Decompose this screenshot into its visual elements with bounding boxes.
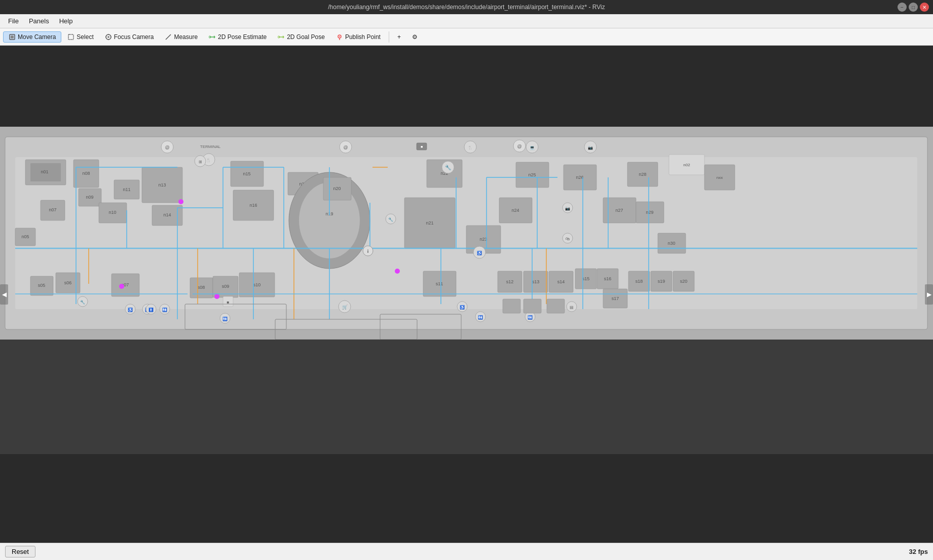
map-svg[interactable]: n01 n08 n09 n10 n11 n07 n05 n13 <box>0 127 933 340</box>
svg-point-159 <box>119 284 124 289</box>
left-arrow[interactable]: ◀ <box>0 284 8 305</box>
svg-text:n13: n13 <box>158 182 166 188</box>
floor-plan: n01 n08 n09 n10 n11 n07 n05 n13 <box>0 127 933 340</box>
svg-text:n25: n25 <box>528 172 536 177</box>
svg-text:s14: s14 <box>557 279 565 284</box>
svg-rect-177 <box>524 299 541 313</box>
fps-counter: 32 fps <box>909 548 928 555</box>
select-icon <box>67 33 74 41</box>
viewport-top-dark <box>0 46 933 134</box>
svg-text:n16: n16 <box>249 203 257 208</box>
svg-text:🚹: 🚹 <box>148 307 154 312</box>
2d-pose-estimate-button[interactable]: 2D Pose Estimate <box>204 32 272 42</box>
focus-camera-button[interactable]: Focus Camera <box>100 32 159 42</box>
svg-text:♿: ♿ <box>128 307 133 312</box>
focus-camera-icon <box>105 33 112 41</box>
svg-text:s09: s09 <box>222 284 230 289</box>
svg-text:🔧: 🔧 <box>388 217 393 222</box>
svg-text:n28: n28 <box>639 172 646 177</box>
titlebar-controls: − □ ✕ <box>898 3 929 12</box>
svg-text:TERMINAL: TERMINAL <box>200 144 221 149</box>
svg-text:s06: s06 <box>64 280 72 285</box>
svg-text:🔧: 🔧 <box>445 164 452 171</box>
svg-text:n09: n09 <box>86 195 93 200</box>
svg-text:🍴: 🍴 <box>468 145 473 150</box>
close-button[interactable]: ✕ <box>920 3 929 12</box>
titlebar: /home/youliang/rmf_ws/install/demos/shar… <box>0 0 933 14</box>
move-camera-label: Move Camera <box>18 33 56 41</box>
svg-text:nxx: nxx <box>717 175 723 180</box>
svg-text:s13: s13 <box>532 279 540 284</box>
2d-pose-estimate-icon <box>209 33 216 41</box>
svg-rect-176 <box>503 299 520 313</box>
svg-text:🍴: 🍴 <box>206 158 211 163</box>
svg-marker-16 <box>283 35 284 39</box>
svg-text:s18: s18 <box>636 279 643 284</box>
titlebar-title: /home/youliang/rmf_ws/install/demos/shar… <box>328 4 605 11</box>
svg-text:s11: s11 <box>436 281 443 286</box>
select-label: Select <box>77 33 93 41</box>
main-area: ◀ ▶ n01 n08 n09 n10 n11 <box>0 46 933 543</box>
right-arrow[interactable]: ▶ <box>925 284 933 305</box>
reset-button[interactable]: Reset <box>5 546 35 557</box>
svg-point-4 <box>107 36 109 38</box>
svg-text:s16: s16 <box>604 276 612 281</box>
svg-marker-13 <box>214 35 215 39</box>
svg-text:🔧: 🔧 <box>80 300 85 305</box>
svg-text:@: @ <box>343 145 348 150</box>
2d-goal-pose-button[interactable]: 2D Goal Pose <box>273 32 330 42</box>
svg-text:n29: n29 <box>646 210 653 215</box>
svg-text:n21: n21 <box>426 220 433 226</box>
svg-text:🛒: 🛒 <box>342 304 348 310</box>
move-camera-button[interactable]: Move Camera <box>3 31 61 43</box>
tool-settings-button[interactable]: ⚙ <box>407 32 423 42</box>
2d-goal-pose-icon <box>278 33 285 41</box>
add-tool-button[interactable]: + <box>392 32 406 42</box>
svg-line-10 <box>166 39 167 40</box>
svg-text:n30: n30 <box>667 241 675 246</box>
svg-text:s08: s08 <box>198 285 205 290</box>
svg-text:♿: ♿ <box>460 305 465 310</box>
maximize-button[interactable]: □ <box>909 3 918 12</box>
svg-text:🚻: 🚻 <box>478 315 483 320</box>
publish-point-button[interactable]: Publish Point <box>331 32 386 42</box>
viewport-bottom-dark <box>0 454 933 543</box>
2d-goal-pose-label: 2D Goal Pose <box>287 33 325 41</box>
svg-point-160 <box>214 294 219 299</box>
svg-text:s10: s10 <box>253 282 261 287</box>
svg-text:♿: ♿ <box>477 250 482 255</box>
svg-text:n01: n01 <box>41 169 48 174</box>
svg-text:n27: n27 <box>615 208 623 213</box>
menu-panels[interactable]: Panels <box>25 16 53 26</box>
svg-text:📷: 📷 <box>565 206 570 211</box>
svg-point-20 <box>339 36 340 37</box>
svg-line-11 <box>170 34 171 35</box>
select-button[interactable]: Select <box>62 32 98 42</box>
svg-text:s17: s17 <box>612 296 619 301</box>
svg-text:@: @ <box>165 145 169 150</box>
menu-help[interactable]: Help <box>55 16 77 26</box>
svg-point-161 <box>395 269 400 274</box>
svg-rect-2 <box>68 34 73 40</box>
svg-text:📷: 📷 <box>588 145 593 150</box>
svg-text:s20: s20 <box>680 279 688 284</box>
svg-text:n08: n08 <box>82 171 90 176</box>
svg-text:s19: s19 <box>658 279 665 284</box>
measure-button[interactable]: Measure <box>160 32 203 42</box>
svg-text:■: ■ <box>421 145 423 148</box>
minimize-button[interactable]: − <box>898 3 907 12</box>
svg-rect-178 <box>547 299 565 313</box>
svg-text:n20: n20 <box>333 186 341 191</box>
svg-text:▤: ▤ <box>570 305 574 310</box>
menubar: File Panels Help <box>0 14 933 28</box>
svg-text:🚻: 🚻 <box>222 316 228 321</box>
svg-text:n02: n02 <box>683 163 690 167</box>
svg-text:💻: 💻 <box>530 145 535 150</box>
svg-text:n11: n11 <box>123 187 130 192</box>
svg-text:n15: n15 <box>243 171 250 176</box>
svg-text:🛍: 🛍 <box>566 237 570 241</box>
statusbar: Reset 32 fps <box>0 543 933 560</box>
menu-file[interactable]: File <box>4 16 23 26</box>
svg-text:🚻: 🚻 <box>528 315 533 320</box>
focus-camera-label: Focus Camera <box>114 33 154 41</box>
